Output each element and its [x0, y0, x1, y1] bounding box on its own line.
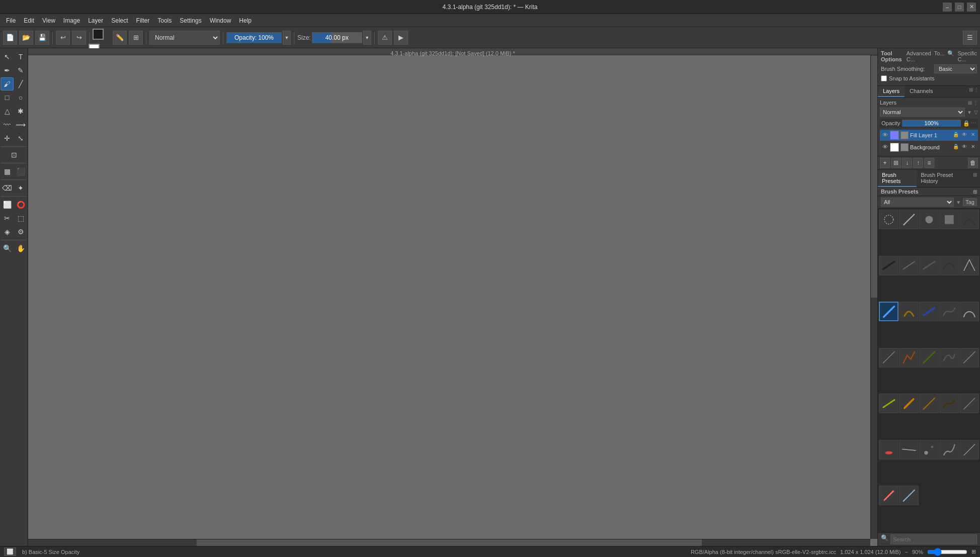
brush-search-input[interactable]	[890, 534, 977, 544]
brush-cell-16[interactable]	[879, 348, 899, 367]
menu-view[interactable]: View	[38, 16, 59, 25]
layers-panel-expand[interactable]: ⊞	[969, 87, 973, 96]
add-layer-btn[interactable]: +	[880, 158, 890, 168]
layer-eye-fill[interactable]: 👁	[881, 132, 888, 139]
tag-button[interactable]: Tag	[963, 198, 977, 206]
brush-cell-30[interactable]	[959, 440, 979, 459]
menu-tools[interactable]: Tools	[153, 16, 176, 25]
text-tool[interactable]: T	[14, 50, 27, 63]
brush-cell-31[interactable]	[879, 486, 899, 505]
redo-button[interactable]: ↪	[72, 31, 86, 45]
specific-c-button[interactable]: Specific C...	[957, 50, 977, 62]
pencil-tool[interactable]: ✎	[14, 64, 27, 77]
brush-cell-14[interactable]	[939, 302, 959, 321]
dynamic-brush-tool[interactable]: ⟿	[14, 118, 27, 131]
brush-expand-btn[interactable]: ⊞	[970, 170, 980, 187]
warning-button[interactable]: ⚠	[378, 31, 392, 45]
brush-cell-28[interactable]	[919, 440, 939, 459]
snap-checkbox[interactable]	[881, 75, 887, 81]
brush-cell-13[interactable]	[919, 302, 939, 321]
brush-cell-7[interactable]	[899, 256, 919, 275]
layer-up-btn[interactable]: ↑	[913, 158, 923, 168]
layer-opacity-bar[interactable]: 100%	[902, 120, 961, 127]
menu-image[interactable]: Image	[59, 16, 84, 25]
color-selector[interactable]	[93, 29, 111, 47]
new-button[interactable]: 📄	[3, 31, 17, 45]
brush-cell-12[interactable]	[899, 302, 919, 321]
brush-cell-5[interactable]	[959, 210, 979, 229]
line-tool[interactable]: ╱	[14, 77, 27, 90]
menu-edit[interactable]: Edit	[20, 16, 38, 25]
brush-cell-2[interactable]	[899, 210, 919, 229]
h-scroll-thumb[interactable]	[197, 539, 702, 546]
gradient-tool[interactable]: ▦	[1, 165, 14, 178]
menu-settings[interactable]: Settings	[176, 16, 205, 25]
layers-chevron[interactable]: ▼	[967, 110, 972, 115]
brush-cell-1[interactable]	[879, 210, 899, 229]
brush-history-tab[interactable]: Brush Preset History	[917, 170, 970, 187]
status-zoom-out[interactable]: −	[905, 549, 908, 555]
open-button[interactable]: 📂	[19, 31, 33, 45]
layer-down-btn[interactable]: ↓	[902, 158, 912, 168]
layer-lock-btn-bg[interactable]: 🔒	[952, 144, 959, 151]
size-dropdown[interactable]: ▼	[363, 31, 371, 45]
layer-filter-btn[interactable]: ≡	[924, 158, 934, 168]
status-canvas-button[interactable]: ⬜	[4, 547, 16, 556]
brush-cell-32[interactable]	[899, 486, 919, 505]
calligraphy-tool[interactable]: ✒	[1, 64, 14, 77]
foreground-color[interactable]	[93, 29, 104, 40]
layer-opacity-more[interactable]: ⋯	[971, 120, 976, 127]
brush-cell-6[interactable]	[879, 256, 899, 275]
snap-to-assistants-check[interactable]: Snap to Assistants	[881, 75, 935, 81]
similar-select-tool[interactable]: ◈	[1, 225, 14, 238]
ellipse-select-tool[interactable]: ⭕	[14, 198, 27, 211]
to-button[interactable]: To...	[934, 50, 945, 62]
brush-cell-27[interactable]	[899, 440, 919, 459]
brush-cell-20[interactable]	[959, 348, 979, 367]
layers-panel-dots[interactable]: ⋮	[974, 87, 979, 96]
brush-cell-21[interactable]	[879, 394, 899, 413]
layer-eye-bg[interactable]: 👁	[881, 144, 888, 151]
brush-cell-19[interactable]	[939, 348, 959, 367]
brush-cell-8[interactable]	[919, 256, 939, 275]
select-tool[interactable]: ↖	[1, 50, 14, 63]
contiguous-select-tool[interactable]: ⬚	[14, 212, 27, 225]
close-button[interactable]: ✕	[967, 3, 976, 12]
brush-presets-tab[interactable]: Brush Presets	[878, 170, 917, 187]
multipoint-tool[interactable]: ✱	[14, 105, 27, 118]
brush-cell-4[interactable]	[939, 210, 959, 229]
layers-tab[interactable]: Layers	[878, 86, 905, 97]
menu-window[interactable]: Window	[206, 16, 235, 25]
zoom-tool[interactable]: 🔍	[1, 242, 14, 255]
brush-cell-18[interactable]	[919, 348, 939, 367]
brush-cell-23[interactable]	[919, 394, 939, 413]
layer-visible-btn[interactable]: 👁	[961, 132, 968, 139]
layers-expand-btn[interactable]: ⊞	[968, 100, 972, 106]
layer-lock-btn[interactable]: 🔒	[952, 132, 959, 139]
settings-toggle[interactable]: ☰	[963, 31, 977, 45]
vertical-scrollbar[interactable]	[870, 55, 877, 539]
smart-patch-tool[interactable]: ✦	[14, 181, 27, 195]
canvas-area[interactable]: 4.3.1-alpha (git 325dd1d): [Not Saved] (…	[28, 48, 877, 546]
menu-filter[interactable]: Filter	[132, 16, 154, 25]
opacity-slider[interactable]: Opacity: 100%	[226, 32, 282, 43]
freehand-select-tool[interactable]: ✂	[1, 212, 14, 225]
menu-select[interactable]: Select	[107, 16, 132, 25]
wrap-button[interactable]: ⊞	[129, 31, 143, 45]
search-button[interactable]: 🔍	[947, 50, 954, 62]
brush-cell-29[interactable]	[939, 440, 959, 459]
delete-layer-btn[interactable]: 🗑	[968, 158, 978, 168]
layer-delete-btn-bg[interactable]: ✕	[969, 144, 976, 151]
brush-cell-24[interactable]	[939, 394, 959, 413]
brush-cell-15[interactable]	[959, 302, 979, 321]
brush-smoothing-select[interactable]: Basic None Weighted Stabilizer	[934, 64, 977, 73]
brush-cell-17[interactable]	[899, 348, 919, 367]
brush-cell-3[interactable]	[919, 210, 939, 229]
brush-filter-dropdown[interactable]: ▼	[956, 200, 961, 205]
ellipse-tool[interactable]: ○	[14, 91, 27, 104]
undo-button[interactable]: ↩	[56, 31, 70, 45]
brush-cell-25[interactable]	[959, 394, 979, 413]
brush-section-expand[interactable]: ⊞	[973, 189, 977, 195]
opacity-dropdown[interactable]: ▼	[283, 31, 291, 45]
menu-layer[interactable]: Layer	[84, 16, 107, 25]
